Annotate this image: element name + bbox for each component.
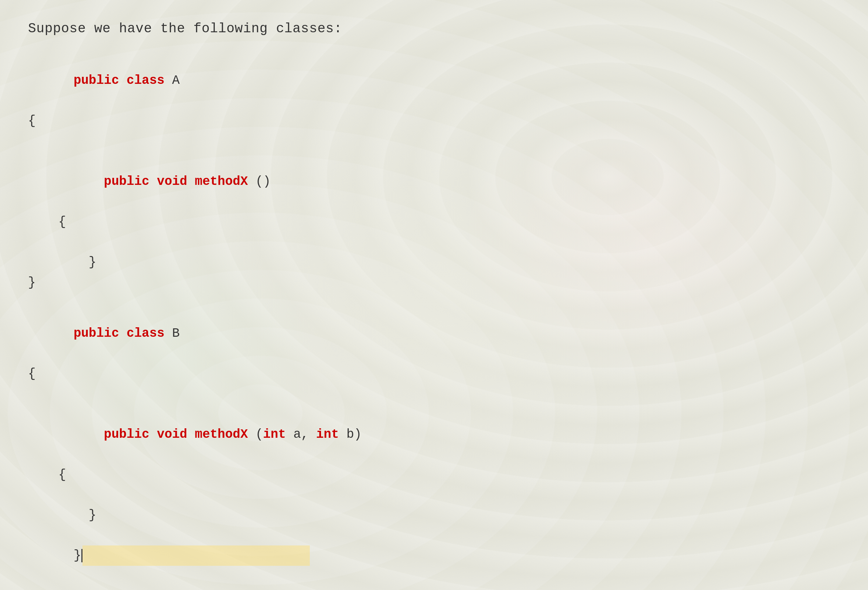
method-name-b: methodX <box>195 427 248 442</box>
main-content: Suppose we have the following classes: p… <box>0 0 868 590</box>
class-b-decl: public class B <box>28 303 840 364</box>
method-b-open-brace: { <box>28 465 840 485</box>
method-x-decl-a: public void methodX () <box>28 151 840 212</box>
keyword-void-b: void <box>157 427 187 442</box>
keyword-class-a: class <box>127 73 165 88</box>
method-name-a: methodX <box>195 174 248 189</box>
highlighted-area <box>83 546 310 566</box>
keyword-public-b: public <box>74 326 119 341</box>
class-a-blank1 <box>28 131 840 151</box>
method-b-close-brace: } <box>28 505 840 525</box>
class-a-code: public class A { public void methodX () … <box>28 50 840 292</box>
method-a-close-brace: } <box>28 252 840 273</box>
method-x-decl-b: public void methodX (int a, int b) <box>28 404 840 465</box>
class-b-open-brace: { <box>28 364 840 384</box>
class-a-close-brace: } <box>28 273 840 293</box>
class-b-blank1 <box>28 384 840 404</box>
class-a-open-brace: { <box>28 111 840 131</box>
keyword-void-a: void <box>157 174 187 189</box>
keyword-class-b: class <box>127 326 165 341</box>
method-b-blank <box>28 485 840 505</box>
keyword-public-method-a: public <box>104 174 149 189</box>
intro-text: Suppose we have the following classes: <box>28 21 840 36</box>
class-b-close-brace: } <box>28 525 840 586</box>
class-b-code: public class B { public void methodX (in… <box>28 303 840 586</box>
keyword-public-method-b: public <box>104 427 149 442</box>
keyword-int-a: int <box>263 427 286 442</box>
method-a-blank <box>28 232 840 252</box>
method-a-open-brace: { <box>28 212 840 232</box>
class-a-decl: public class A <box>28 50 840 111</box>
keyword-int-b: int <box>316 427 339 442</box>
keyword-public-a: public <box>74 73 119 88</box>
